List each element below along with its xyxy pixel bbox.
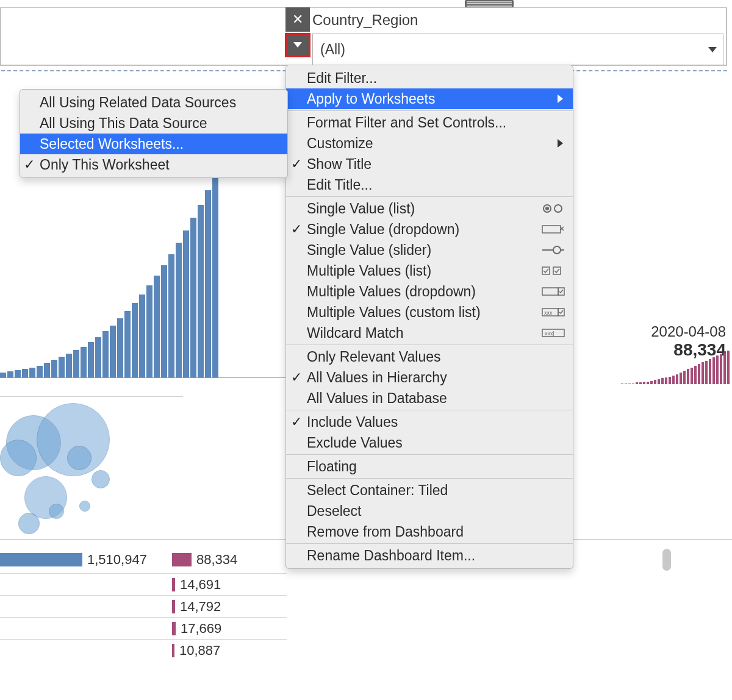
kpi-date: 2020-04-08 [651, 323, 726, 340]
scrollbar-thumb[interactable] [662, 549, 671, 571]
confirmed-value: 1,510,947 [87, 552, 147, 568]
menu-item[interactable]: Deselect [286, 501, 573, 521]
menu-item[interactable]: Apply to Worksheets [286, 88, 573, 109]
customlist-icon: xxx [541, 305, 565, 318]
check-icon: ✓ [291, 370, 302, 385]
menu-item[interactable]: Multiple Values (list) [286, 260, 573, 281]
menu-item[interactable]: ✓Show Title [286, 154, 573, 174]
menu-item-label: Only Relevant Values [307, 349, 440, 365]
check-icon: ✓ [24, 157, 35, 173]
menu-item-label: Floating [307, 459, 357, 475]
menu-item-label: Remove from Dashboard [307, 524, 464, 540]
svg-text:xxx: xxx [544, 310, 553, 316]
filter-field-name: Country_Region [312, 12, 418, 29]
menu-item[interactable]: Remove from Dashboard [286, 521, 573, 542]
table-row[interactable]: 14,792 [0, 595, 287, 617]
deaths-value: 17,669 [181, 621, 221, 637]
menu-item-label: Exclude Values [307, 435, 403, 451]
menu-item-label: Apply to Worksheets [307, 91, 436, 107]
svg-point-6 [553, 246, 561, 254]
svg-marker-0 [293, 42, 302, 48]
menu-item[interactable]: Single Value (slider) [286, 240, 573, 260]
table-row[interactable]: 10,887 [0, 639, 287, 661]
chevron-right-icon [558, 139, 563, 148]
submenu-item-label: All Using This Data Source [40, 115, 207, 132]
menu-item[interactable]: Wildcard Matchxxx| [286, 323, 573, 343]
svg-rect-9 [542, 288, 558, 295]
submenu-item-label: Only This Worksheet [40, 157, 170, 173]
check-icon: ✓ [291, 156, 302, 172]
menu-item-label: Format Filter and Set Controls... [307, 115, 506, 131]
menu-item[interactable]: Edit Title... [286, 174, 573, 195]
svg-rect-7 [542, 267, 550, 274]
menu-item-label: All Values in Database [307, 390, 447, 407]
submenu-item-label: All Using Related Data Sources [40, 95, 236, 111]
menu-item-label: Customize [307, 135, 373, 152]
apply-to-worksheets-submenu: All Using Related Data SourcesAll Using … [20, 89, 288, 178]
menu-item[interactable]: ✓Single Value (dropdown) [286, 219, 573, 240]
check-icon: ✓ [291, 414, 302, 430]
deaths-value: 10,887 [179, 643, 220, 659]
menu-item-label: Include Values [307, 414, 398, 430]
menu-item[interactable]: Floating [286, 456, 573, 477]
menu-item[interactable]: ✓Include Values [286, 412, 573, 432]
svg-point-2 [545, 207, 549, 210]
chevron-down-icon [708, 47, 717, 52]
table-row[interactable]: 14,691 [0, 573, 287, 595]
menu-item-label: Show Title [307, 156, 371, 173]
menu-item-label: Multiple Values (custom list) [307, 304, 481, 321]
menu-item-label: Single Value (slider) [307, 242, 431, 259]
chevron-right-icon [558, 95, 563, 103]
filter-menu-trigger[interactable] [285, 33, 310, 57]
menu-item-label: Edit Filter... [307, 70, 377, 87]
confirmed-trend-chart [0, 171, 287, 378]
deaths-value: 14,691 [180, 577, 221, 593]
svg-rect-4 [542, 226, 561, 233]
menu-item[interactable]: All Values in Database [286, 388, 573, 409]
menu-item-label: Edit Title... [307, 177, 372, 193]
wildcard-icon: xxx| [541, 326, 565, 338]
menu-item-label: Rename Dashboard Item... [307, 548, 475, 564]
window-drag-handle[interactable] [465, 0, 514, 7]
submenu-item[interactable]: ✓Only This Worksheet [20, 154, 287, 175]
menu-item[interactable]: Multiple Values (dropdown) [286, 281, 573, 302]
menu-item[interactable]: Exclude Values [286, 432, 573, 453]
table-row[interactable]: 1,510,94788,334 [0, 546, 287, 573]
submenu-item[interactable]: All Using Related Data Sources [20, 92, 287, 113]
deaths-value: 88,334 [196, 552, 237, 568]
deaths-value: 14,792 [180, 599, 221, 615]
svg-text:xxx|: xxx| [545, 330, 554, 337]
menu-item[interactable]: Only Relevant Values [286, 346, 573, 367]
menu-item-label: Select Container: Tiled [307, 482, 448, 499]
submenu-item-label: Selected Worksheets... [40, 136, 184, 152]
filter-context-menu: Edit Filter...Apply to WorksheetsFormat … [285, 65, 573, 569]
menu-item[interactable]: Select Container: Tiled [286, 480, 573, 501]
dropdown-icon [541, 223, 565, 235]
submenu-item[interactable]: All Using This Data Source [20, 113, 287, 134]
menu-item[interactable]: Edit Filter... [286, 68, 573, 88]
menu-item-label: Single Value (list) [307, 201, 415, 217]
close-filter-button[interactable]: ✕ [285, 7, 310, 32]
submenu-item[interactable]: Selected Worksheets... [20, 134, 287, 154]
check-icon: ✓ [291, 221, 302, 237]
filter-selected-value: (All) [320, 41, 345, 58]
table-row[interactable]: 17,669 [0, 617, 287, 639]
menu-item[interactable]: Rename Dashboard Item... [286, 545, 573, 566]
filter-dropdown[interactable]: (All) [312, 34, 723, 65]
checks-icon [541, 264, 565, 276]
menu-item-label: Multiple Values (dropdown) [307, 284, 476, 300]
menu-item-label: All Values in Hierarchy [307, 370, 447, 386]
slider-icon [541, 243, 565, 255]
menu-item-label: Wildcard Match [307, 325, 403, 341]
svg-point-3 [554, 205, 562, 212]
country-stat-rows: 1,510,94788,33414,69114,79217,66910,887 [0, 546, 287, 661]
menu-item[interactable]: Format Filter and Set Controls... [286, 112, 573, 133]
menu-item[interactable]: Single Value (list) [286, 198, 573, 219]
menu-item[interactable]: Customize [286, 133, 573, 154]
menu-item[interactable]: ✓All Values in Hierarchy [286, 367, 573, 388]
radio-icon [541, 202, 565, 214]
menu-item-label: Deselect [307, 503, 361, 520]
deaths-trend-chart [571, 341, 730, 384]
menu-item-label: Single Value (dropdown) [307, 221, 459, 238]
menu-item[interactable]: Multiple Values (custom list)xxx [286, 302, 573, 323]
